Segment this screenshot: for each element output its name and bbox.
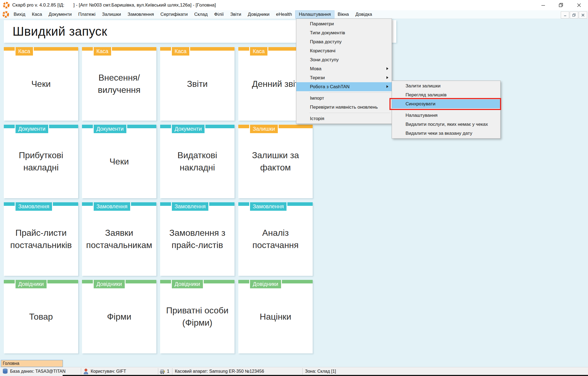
mdi-window-controls [561,11,587,19]
mdi-minimize-button[interactable] [561,11,569,19]
status-bar: База даних: TASA3@TITAN Користувач: GIFT [0,367,588,375]
tile-prybutkovi-nakladni[interactable]: Документи Прибуткові накладні [4,125,78,198]
tile-label: Фірми [82,311,156,323]
status-zone: Зона: Склад [1] [302,367,411,375]
bottom-edge [63,375,588,376]
status-database-label: База даних: TASA3@TITAN [10,369,66,374]
menu-item-dovidka[interactable]: Довідка [352,10,375,19]
tile-vnesennia-vyluchennia[interactable]: Каса Внесення/вилучення [82,47,156,121]
tile-category-badge: Довідники [171,280,204,289]
menu-item-zamovlennia[interactable]: Замовлення [124,10,157,19]
status-register-count: 1 [158,367,172,375]
tile-category-badge: Документи [15,125,49,134]
status-database: База даних: TASA3@TITAN [0,367,81,375]
tile-category-badge: Замовлення [15,202,53,212]
tile-label: Чеки [4,78,78,90]
tile-category-badge: Довідники [93,280,126,289]
tile-label: Націнки [238,311,313,323]
tile-prais-lysty[interactable]: Замовлення Прайс-листи постачальників [4,202,78,276]
status-cash-register-label: Касовий апарат: Samsung ER-350 №123456 [175,369,264,374]
cash-register-icon [160,369,165,374]
menu-item-korystuvachi[interactable]: Користувачі [296,46,392,55]
tile-category-badge: Каса [15,47,34,56]
tile-cheky-dokumenty[interactable]: Документи Чеки [82,125,156,198]
tile-zaiavky-postachalnykam[interactable]: Замовлення Заявки постачальникам [82,202,156,276]
menubar-logo-icon [2,11,9,18]
submenu-item-vydalyty-posluhy[interactable]: Видалити послуги, яких немає у чеках [392,120,500,129]
tile-zalyshky-za-faktom[interactable]: Залишки Залишки за фактом [238,125,313,198]
status-cash-register: Касовий апарат: Samsung ER-350 №123456 [172,367,302,375]
tile-label: Замовлення з прайс-листів [160,227,234,251]
submenu-item-nalashtuvannia[interactable]: Налаштування [392,111,500,120]
tile-zamovlennia-z-prais-lystiv[interactable]: Замовлення Замовлення з прайс-листів [160,202,234,276]
menu-item-parametry[interactable]: Параметри [296,19,392,28]
tile-label: Видаткові накладні [160,149,234,174]
tile-label: Аналіз постачання [238,227,313,251]
window-restore-button[interactable] [552,0,570,10]
submenu-item-perehliad-zalyshkiv[interactable]: Перегляд залишків [392,90,500,99]
tile-label: Заявки постачальникам [82,227,156,251]
tile-label: Внесення/вилучення [82,72,156,96]
menu-item-zalyshky[interactable]: Залишки [99,10,124,19]
menu-item-vykhid[interactable]: Вихід [10,10,29,19]
tile-tovar[interactable]: Довідники Товар [4,280,78,353]
menu-item-platezhi[interactable]: Платежі [75,10,99,19]
submenu-item-synkhrozuvaty[interactable]: Синхрозувати [392,99,500,108]
tile-label: Товар [4,311,78,323]
tab-holovna[interactable]: Головна [1,360,63,367]
mdi-close-button[interactable] [579,11,587,19]
tile-category-badge: Документи [93,125,127,134]
tile-pryvatni-osoby[interactable]: Довідники Приватні особи (Фірми) [160,280,234,353]
menu-item-nalashtuvannia[interactable]: Налаштування [295,10,334,19]
menu-item-terezy[interactable]: Терези [296,73,392,82]
menu-item-sklad[interactable]: Склад [191,10,211,19]
menu-item-robota-z-cashtan[interactable]: Робота з CashTAN [296,82,392,91]
menu-item-perevyryty-onovlennia[interactable]: Перевірити наявність оновлень [296,103,392,112]
menu-item-sertyfikaty[interactable]: Сертифікати [157,10,191,19]
tile-category-badge: Замовлення [249,202,287,212]
menu-item-filii[interactable]: Філії [211,10,227,19]
menu-item-dovidnyky[interactable]: Довідники [245,10,273,19]
menu-item-typy-dokumentiv[interactable]: Типи документів [296,28,392,37]
menu-item-prava-dostupu[interactable]: Права доступу [296,37,392,46]
quick-launch-grid: Каса Чеки Каса Внесення/вилучення Каса З… [4,47,313,353]
tile-category-badge: Залишки [249,125,279,134]
menu-item-vikna[interactable]: Вікна [334,10,352,19]
window-title: Скарб pro v. 4.0.2.85 [ІД: ] - [Апт №003… [12,2,216,8]
tile-category-badge: Замовлення [171,202,209,212]
tile-category-badge: Каса [171,47,190,56]
tile-category-badge: Замовлення [93,202,131,212]
submenu-item-vydalyty-cheky[interactable]: Видалити чеки за вказану дату [392,129,500,138]
status-user-label: Користувач: GIFT [91,369,126,374]
status-user: Користувач: GIFT [81,367,158,375]
submenu-arrow-icon [386,67,388,70]
title-bar: Скарб pro v. 4.0.2.85 [ІД: ] - [Апт №003… [0,0,588,10]
tile-label: Чеки [82,155,156,168]
tile-category-badge: Документи [171,125,205,134]
menu-item-mova[interactable]: Мова [296,64,392,73]
menu-item-kasa[interactable]: Каса [29,10,45,19]
tile-analiz-postachannia[interactable]: Замовлення Аналіз постачання [238,202,313,276]
submenu-item-zalyty-zalyshky[interactable]: Залити залишки [392,81,500,90]
menu-item-dokumenty[interactable]: Документи [45,10,75,19]
menu-item-zony-dostupu[interactable]: Зони доступу [296,55,392,64]
window-close-button[interactable] [570,0,588,10]
mdi-restore-button[interactable] [570,11,578,19]
cashtan-submenu: Залити залишки Перегляд залишків Синхроз… [392,81,501,139]
tile-category-badge: Довідники [15,280,47,289]
window-minimize-button[interactable] [534,0,552,10]
tile-label: Прайс-листи постачальників [4,227,78,251]
menu-item-istoriia[interactable]: Історія [296,114,392,123]
status-register-count-value: 1 [167,369,169,374]
menu-item-zvity[interactable]: Звіти [227,10,244,19]
tile-label: Приватні особи (Фірми) [160,304,234,329]
tile-zvity-kasa[interactable]: Каса Звіти [160,47,234,121]
menu-item-ehealth[interactable]: eHealth [273,10,295,19]
tile-firmy[interactable]: Довідники Фірми [82,280,156,353]
tile-cheky-kasa[interactable]: Каса Чеки [4,47,78,121]
menu-item-import[interactable]: Імпорт [296,94,392,103]
tile-vydatkovi-nakladni[interactable]: Документи Видаткові накладні [160,125,234,198]
application-window: Скарб pro v. 4.0.2.85 [ІД: ] - [Апт №003… [0,0,588,376]
tile-natsinky[interactable]: Довідники Націнки [238,280,313,353]
tile-label: Звіти [160,78,234,90]
